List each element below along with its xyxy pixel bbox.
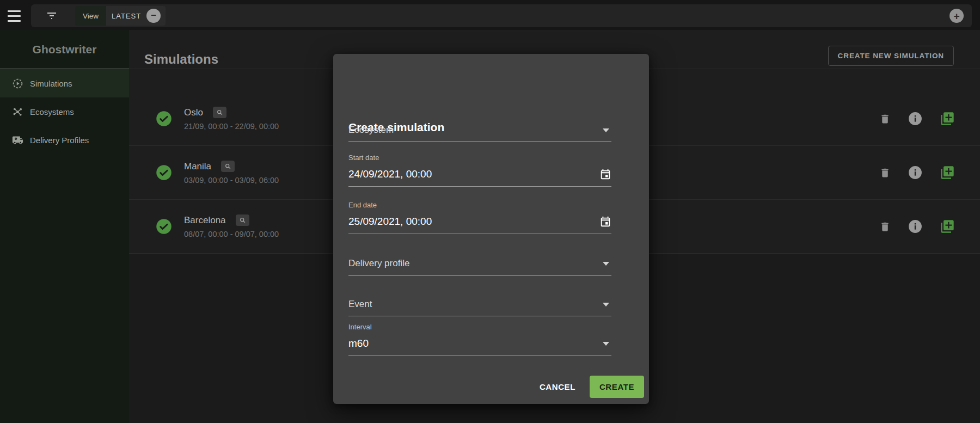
info-icon[interactable] — [908, 219, 922, 234]
info-icon[interactable] — [908, 112, 922, 126]
end-date-field[interactable]: End date 25/09/2021, 00:00 — [348, 201, 611, 234]
end-date-value: 25/09/2021, 00:00 — [348, 216, 432, 228]
top-bar: View LATEST − + — [0, 0, 980, 30]
check-circle-icon — [156, 111, 172, 127]
cancel-button[interactable]: CANCEL — [532, 377, 583, 397]
check-circle-icon — [156, 164, 172, 181]
simulation-dates: 21/09, 00:00 - 22/09, 00:00 — [184, 122, 279, 131]
create-button[interactable]: CREATE — [590, 376, 644, 398]
sidebar-item-label: Delivery Profiles — [30, 136, 89, 145]
duplicate-icon[interactable] — [940, 219, 955, 234]
simulation-info: Oslo 21/09, 00:00 - 22/09, 00:00 — [184, 107, 279, 131]
chevron-down-icon — [603, 303, 609, 306]
create-new-simulation-button[interactable]: CREATE NEW SIMULATION — [828, 46, 954, 66]
trash-icon[interactable] — [879, 113, 891, 125]
minus-icon: − — [151, 11, 156, 20]
toolbar: View LATEST − + — [31, 4, 972, 27]
field-underline — [348, 275, 611, 275]
event-select[interactable]: Event — [348, 298, 611, 316]
filter-icon[interactable] — [45, 9, 58, 22]
search-icon[interactable] — [213, 107, 226, 118]
sidebar-item-label: Ecosystems — [30, 107, 74, 117]
search-icon[interactable] — [236, 214, 249, 226]
chip-view-label: View — [75, 6, 106, 26]
dialog-actions: CANCEL CREATE — [532, 376, 644, 398]
sidebar-item-simulations[interactable]: Simulations — [0, 69, 129, 97]
field-underline — [348, 316, 611, 316]
view-filter-chip[interactable]: View LATEST − — [75, 6, 166, 26]
simulation-info: Barcelona 08/07, 00:00 - 09/07, 00:00 — [184, 214, 279, 238]
add-button[interactable]: + — [950, 9, 964, 23]
start-date-label: Start date — [348, 154, 611, 162]
app-title: Ghostwriter — [0, 30, 129, 69]
field-underline — [348, 355, 611, 356]
trash-icon[interactable] — [879, 221, 891, 232]
simulation-info: Manila 03/09, 00:00 - 03/09, 06:00 — [184, 161, 279, 185]
start-date-value: 24/09/2021, 00:00 — [348, 168, 432, 180]
simulation-dates: 08/07, 00:00 - 09/07, 00:00 — [184, 230, 279, 238]
sidebar: Ghostwriter Simulations Ecosystems Deliv… — [0, 30, 129, 423]
create-simulation-dialog: Create simulation Ecosystem Start date 2… — [333, 54, 649, 404]
info-icon[interactable] — [908, 165, 922, 180]
delivery-profile-select[interactable]: Delivery profile — [348, 257, 611, 275]
sidebar-item-delivery-profiles[interactable]: Delivery Profiles — [0, 126, 129, 154]
simulation-name: Oslo — [184, 107, 203, 118]
trash-icon[interactable] — [879, 167, 891, 179]
start-date-field[interactable]: Start date 24/09/2021, 00:00 — [348, 154, 611, 187]
simulation-name: Manila — [184, 161, 211, 172]
duplicate-icon[interactable] — [940, 165, 955, 180]
page-title: Simulations — [144, 52, 218, 67]
duplicate-icon[interactable] — [940, 111, 955, 126]
simulation-name: Barcelona — [184, 215, 226, 226]
row-actions — [879, 165, 955, 180]
remove-filter-button[interactable]: − — [146, 9, 161, 23]
chip-view-value-wrap: LATEST − — [106, 6, 166, 26]
menu-icon[interactable] — [8, 10, 21, 22]
interval-label: Interval — [348, 323, 611, 332]
interval-select[interactable]: Interval m60 — [348, 323, 611, 356]
chevron-down-icon — [603, 128, 609, 132]
calendar-icon[interactable] — [599, 216, 611, 228]
ecosystem-select[interactable]: Ecosystem — [348, 124, 611, 142]
delivery-profile-select-label: Delivery profile — [348, 258, 409, 269]
chevron-down-icon — [603, 342, 609, 346]
field-underline — [348, 142, 611, 142]
calendar-icon[interactable] — [599, 168, 611, 180]
check-circle-icon — [156, 218, 172, 235]
chip-view-value: LATEST — [112, 12, 141, 20]
molecule-icon — [12, 106, 23, 118]
delivery-truck-icon — [12, 134, 23, 146]
row-actions — [879, 219, 955, 234]
row-actions — [879, 111, 955, 126]
interval-value: m60 — [348, 338, 369, 350]
field-underline — [348, 234, 611, 234]
simulation-dates: 03/09, 00:00 - 03/09, 06:00 — [184, 176, 279, 185]
search-icon[interactable] — [221, 161, 235, 172]
sidebar-item-ecosystems[interactable]: Ecosystems — [0, 97, 129, 126]
chevron-down-icon — [603, 262, 609, 266]
sidebar-item-label: Simulations — [30, 79, 72, 88]
play-circle-icon — [12, 78, 23, 89]
sidebar-nav: Simulations Ecosystems Delivery Profiles — [0, 69, 129, 154]
field-underline — [348, 186, 611, 187]
event-select-label: Event — [348, 299, 372, 310]
end-date-label: End date — [348, 201, 611, 210]
ecosystem-select-label: Ecosystem — [348, 125, 394, 136]
